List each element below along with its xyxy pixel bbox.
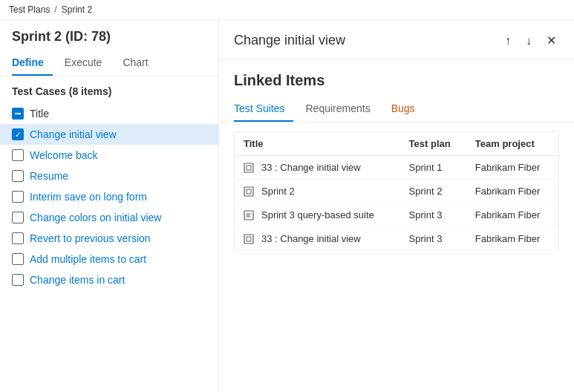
- cell-team-project: Fabrikam Fiber: [466, 227, 559, 251]
- test-item-checkbox[interactable]: [12, 128, 24, 140]
- minus-icon: [12, 108, 24, 120]
- title-row[interactable]: Title: [0, 103, 218, 124]
- cell-title: Sprint 3 query-based suite: [235, 203, 400, 227]
- close-button[interactable]: ✕: [544, 30, 559, 50]
- test-item-checkbox[interactable]: [12, 274, 24, 286]
- cell-team-project: Fabrikam Fiber: [466, 203, 559, 227]
- test-item[interactable]: Change colors on initial view: [0, 207, 218, 228]
- cell-test-plan: Sprint 3: [400, 203, 466, 227]
- test-cases-list: Title Change initial viewWelcome backRes…: [0, 103, 218, 392]
- test-item-label: Change colors on initial view: [30, 212, 161, 223]
- tab-requirements[interactable]: Requirements: [305, 98, 379, 122]
- right-tabs: Test Suites Requirements Bugs: [219, 92, 574, 122]
- cell-team-project: Fabrikam Fiber: [466, 156, 559, 180]
- main-area: Sprint 2 (ID: 78) Define Execute Chart T…: [0, 20, 574, 392]
- test-item-label: Change items in cart: [30, 274, 125, 286]
- test-item[interactable]: Welcome back: [0, 145, 218, 166]
- cell-title-text: Sprint 3 query-based suite: [261, 209, 374, 220]
- right-panel: Change initial view ↑ ↓ ✕ Linked Items T…: [219, 20, 574, 392]
- table-container: Title Test plan Team project 33 : Change…: [219, 122, 574, 392]
- test-item-label: Revert to previous version: [30, 232, 151, 244]
- svg-rect-0: [244, 163, 253, 172]
- test-item[interactable]: Add multiple items to cart: [0, 249, 218, 270]
- table-row[interactable]: Sprint 3 query-based suiteSprint 3Fabrik…: [235, 203, 559, 227]
- table-row[interactable]: 33 : Change initial viewSprint 3Fabrikam…: [235, 227, 559, 251]
- svg-rect-1: [244, 187, 253, 196]
- navigate-up-button[interactable]: ↑: [502, 31, 514, 50]
- cell-test-plan: Sprint 1: [400, 156, 466, 180]
- tab-execute[interactable]: Execute: [65, 50, 111, 76]
- suite-icon: [244, 210, 257, 220]
- tab-chart[interactable]: Chart: [123, 50, 157, 76]
- tab-test-suites[interactable]: Test Suites: [234, 98, 293, 122]
- cell-test-plan: Sprint 3: [400, 227, 466, 251]
- test-item-label: Resume: [30, 170, 68, 182]
- cell-team-project: Fabrikam Fiber: [466, 180, 559, 203]
- table-row[interactable]: Sprint 2Sprint 2Fabrikam Fiber: [235, 180, 559, 203]
- panel-actions: ↑ ↓ ✕: [502, 30, 559, 50]
- test-cases-header: Test Cases (8 items): [0, 76, 218, 103]
- linked-table: Title Test plan Team project 33 : Change…: [234, 131, 559, 251]
- left-tabs: Define Execute Chart: [0, 50, 218, 76]
- title-label: Title: [30, 108, 49, 120]
- col-header-title: Title: [235, 132, 400, 156]
- panel-header: Change initial view ↑ ↓ ✕: [219, 20, 574, 60]
- cell-test-plan: Sprint 2: [400, 180, 466, 203]
- table-header-row: Title Test plan Team project: [235, 132, 559, 156]
- test-item-label: Add multiple items to cart: [30, 253, 146, 265]
- breadcrumb-sep: /: [54, 4, 56, 15]
- col-header-test-plan: Test plan: [400, 132, 466, 156]
- cell-title: Sprint 2: [235, 180, 400, 203]
- cell-title: 33 : Change initial view: [235, 156, 400, 180]
- linked-items-title: Linked Items: [219, 60, 574, 92]
- suite-icon: [244, 186, 257, 197]
- test-item-checkbox[interactable]: [12, 232, 24, 244]
- suite-icon: [244, 234, 257, 244]
- cell-title: 33 : Change initial view: [235, 227, 400, 251]
- test-item-label: Interim save on long form: [30, 191, 147, 203]
- cell-title-text: Sprint 2: [261, 186, 295, 197]
- test-item-label: Welcome back: [30, 149, 98, 161]
- test-item-checkbox[interactable]: [12, 191, 24, 203]
- test-item[interactable]: Change initial view: [0, 124, 218, 145]
- tab-bugs[interactable]: Bugs: [391, 98, 424, 122]
- sprint-title: Sprint 2 (ID: 78): [0, 20, 218, 50]
- tab-define[interactable]: Define: [12, 50, 53, 76]
- test-item[interactable]: Resume: [0, 166, 218, 186]
- test-items-container: Change initial viewWelcome backResumeInt…: [0, 124, 218, 290]
- col-header-team-project: Team project: [466, 132, 559, 156]
- left-panel: Sprint 2 (ID: 78) Define Execute Chart T…: [0, 20, 219, 392]
- test-item[interactable]: Revert to previous version: [0, 228, 218, 249]
- test-item-checkbox[interactable]: [12, 149, 24, 161]
- panel-title: Change initial view: [234, 33, 345, 48]
- test-item-checkbox[interactable]: [12, 170, 24, 182]
- navigate-down-button[interactable]: ↓: [523, 31, 535, 50]
- table-body: 33 : Change initial viewSprint 1Fabrikam…: [235, 156, 559, 251]
- svg-rect-3: [244, 235, 253, 244]
- test-item-checkbox[interactable]: [12, 253, 24, 265]
- breadcrumb-part1[interactable]: Test Plans: [9, 4, 50, 15]
- suite-icon: [244, 163, 257, 173]
- test-item-label: Change initial view: [30, 128, 117, 140]
- test-item[interactable]: Change items in cart: [0, 270, 218, 290]
- cell-title-text: 33 : Change initial view: [261, 233, 361, 244]
- table-row[interactable]: 33 : Change initial viewSprint 1Fabrikam…: [235, 156, 559, 180]
- test-item-checkbox[interactable]: [12, 212, 24, 223]
- test-item[interactable]: Interim save on long form: [0, 186, 218, 207]
- breadcrumb-part2[interactable]: Sprint 2: [62, 4, 92, 15]
- cell-title-text: 33 : Change initial view: [261, 162, 361, 173]
- breadcrumb: Test Plans / Sprint 2: [0, 0, 574, 20]
